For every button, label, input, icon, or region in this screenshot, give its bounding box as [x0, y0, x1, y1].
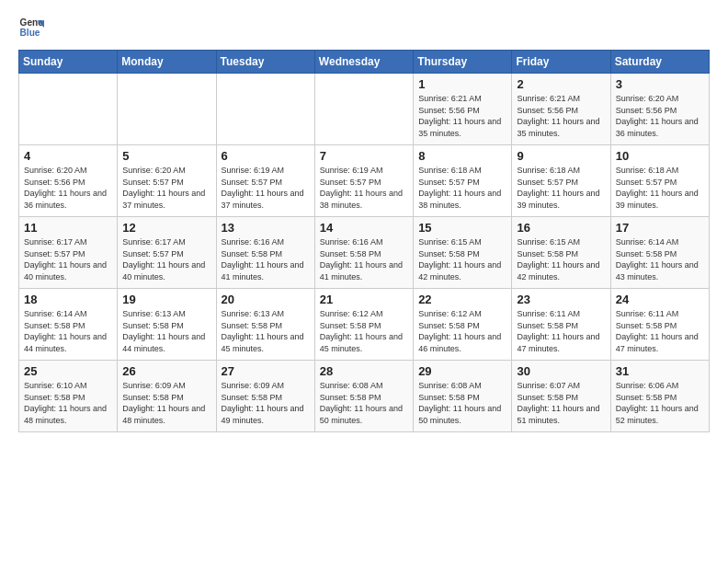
day-info: Sunrise: 6:15 AMSunset: 5:58 PMDaylight:…: [517, 236, 605, 282]
day-info: Sunrise: 6:08 AMSunset: 5:58 PMDaylight:…: [418, 380, 506, 426]
day-info: Sunrise: 6:16 AMSunset: 5:58 PMDaylight:…: [222, 236, 310, 282]
day-number: 27: [222, 364, 310, 378]
day-cell: 15Sunrise: 6:15 AMSunset: 5:58 PMDayligh…: [414, 217, 512, 289]
weekday-header-tuesday: Tuesday: [216, 51, 314, 74]
day-info: Sunrise: 6:07 AMSunset: 5:58 PMDaylight:…: [517, 380, 605, 426]
day-info: Sunrise: 6:13 AMSunset: 5:58 PMDaylight:…: [122, 308, 210, 354]
day-info: Sunrise: 6:21 AMSunset: 5:56 PMDaylight:…: [517, 93, 605, 139]
header: General Blue: [18, 15, 710, 40]
day-info: Sunrise: 6:12 AMSunset: 5:58 PMDaylight:…: [320, 308, 408, 354]
day-cell: 18Sunrise: 6:14 AMSunset: 5:58 PMDayligh…: [19, 289, 118, 361]
day-number: 29: [418, 364, 506, 378]
day-cell: 25Sunrise: 6:10 AMSunset: 5:58 PMDayligh…: [19, 361, 118, 432]
day-cell: 22Sunrise: 6:12 AMSunset: 5:58 PMDayligh…: [414, 289, 512, 361]
day-info: Sunrise: 6:18 AMSunset: 5:57 PMDaylight:…: [418, 165, 506, 211]
week-row-1: 1Sunrise: 6:21 AMSunset: 5:56 PMDaylight…: [19, 74, 710, 145]
day-cell: 16Sunrise: 6:15 AMSunset: 5:58 PMDayligh…: [512, 217, 610, 289]
day-info: Sunrise: 6:20 AMSunset: 5:57 PMDaylight:…: [122, 165, 210, 211]
day-cell: [118, 74, 216, 145]
day-cell: 8Sunrise: 6:18 AMSunset: 5:57 PMDaylight…: [414, 145, 512, 217]
day-info: Sunrise: 6:09 AMSunset: 5:58 PMDaylight:…: [222, 380, 310, 426]
day-info: Sunrise: 6:16 AMSunset: 5:58 PMDaylight:…: [320, 236, 408, 282]
day-number: 1: [418, 77, 506, 91]
weekday-header-sunday: Sunday: [19, 51, 118, 74]
day-info: Sunrise: 6:13 AMSunset: 5:58 PMDaylight:…: [222, 308, 310, 354]
day-number: 2: [517, 77, 605, 91]
day-info: Sunrise: 6:19 AMSunset: 5:57 PMDaylight:…: [222, 165, 310, 211]
day-cell: [314, 74, 413, 145]
day-cell: 26Sunrise: 6:09 AMSunset: 5:58 PMDayligh…: [118, 361, 216, 432]
day-cell: 6Sunrise: 6:19 AMSunset: 5:57 PMDaylight…: [216, 145, 314, 217]
day-cell: [19, 74, 118, 145]
logo-icon: General Blue: [18, 15, 44, 40]
day-number: 24: [616, 293, 704, 306]
week-row-2: 4Sunrise: 6:20 AMSunset: 5:56 PMDaylight…: [19, 145, 710, 217]
day-info: Sunrise: 6:11 AMSunset: 5:58 PMDaylight:…: [616, 308, 704, 354]
day-number: 16: [517, 221, 605, 235]
day-number: 4: [24, 149, 112, 163]
weekday-header-row: SundayMondayTuesdayWednesdayThursdayFrid…: [19, 51, 710, 74]
day-info: Sunrise: 6:12 AMSunset: 5:58 PMDaylight:…: [418, 308, 506, 354]
day-cell: 2Sunrise: 6:21 AMSunset: 5:56 PMDaylight…: [512, 74, 610, 145]
day-number: 25: [24, 364, 112, 378]
day-info: Sunrise: 6:10 AMSunset: 5:58 PMDaylight:…: [24, 380, 112, 426]
calendar-table: SundayMondayTuesdayWednesdayThursdayFrid…: [18, 50, 710, 432]
day-number: 31: [616, 364, 704, 378]
day-info: Sunrise: 6:09 AMSunset: 5:58 PMDaylight:…: [122, 380, 210, 426]
day-info: Sunrise: 6:17 AMSunset: 5:57 PMDaylight:…: [24, 236, 112, 282]
weekday-header-saturday: Saturday: [610, 51, 709, 74]
day-info: Sunrise: 6:08 AMSunset: 5:58 PMDaylight:…: [320, 380, 408, 426]
day-number: 23: [517, 293, 605, 306]
day-info: Sunrise: 6:17 AMSunset: 5:57 PMDaylight:…: [122, 236, 210, 282]
day-cell: 9Sunrise: 6:18 AMSunset: 5:57 PMDaylight…: [512, 145, 610, 217]
day-number: 20: [222, 293, 310, 306]
day-cell: 4Sunrise: 6:20 AMSunset: 5:56 PMDaylight…: [19, 145, 118, 217]
day-cell: 21Sunrise: 6:12 AMSunset: 5:58 PMDayligh…: [314, 289, 413, 361]
day-number: 8: [418, 149, 506, 163]
day-cell: 11Sunrise: 6:17 AMSunset: 5:57 PMDayligh…: [19, 217, 118, 289]
day-number: 10: [616, 149, 704, 163]
day-info: Sunrise: 6:14 AMSunset: 5:58 PMDaylight:…: [616, 236, 704, 282]
day-cell: 19Sunrise: 6:13 AMSunset: 5:58 PMDayligh…: [118, 289, 216, 361]
day-cell: 29Sunrise: 6:08 AMSunset: 5:58 PMDayligh…: [414, 361, 512, 432]
day-number: 26: [122, 364, 210, 378]
day-cell: 1Sunrise: 6:21 AMSunset: 5:56 PMDaylight…: [414, 74, 512, 145]
day-number: 17: [616, 221, 704, 235]
day-info: Sunrise: 6:14 AMSunset: 5:58 PMDaylight:…: [24, 308, 112, 354]
day-cell: 3Sunrise: 6:20 AMSunset: 5:56 PMDaylight…: [610, 74, 709, 145]
day-info: Sunrise: 6:21 AMSunset: 5:56 PMDaylight:…: [418, 93, 506, 139]
day-cell: 28Sunrise: 6:08 AMSunset: 5:58 PMDayligh…: [314, 361, 413, 432]
day-number: 19: [122, 293, 210, 306]
day-number: 6: [222, 149, 310, 163]
svg-text:Blue: Blue: [20, 28, 40, 38]
weekday-header-friday: Friday: [512, 51, 610, 74]
day-cell: 23Sunrise: 6:11 AMSunset: 5:58 PMDayligh…: [512, 289, 610, 361]
day-cell: 5Sunrise: 6:20 AMSunset: 5:57 PMDaylight…: [118, 145, 216, 217]
day-number: 7: [320, 149, 408, 163]
week-row-3: 11Sunrise: 6:17 AMSunset: 5:57 PMDayligh…: [19, 217, 710, 289]
day-number: 13: [222, 221, 310, 235]
day-cell: 12Sunrise: 6:17 AMSunset: 5:57 PMDayligh…: [118, 217, 216, 289]
day-cell: 7Sunrise: 6:19 AMSunset: 5:57 PMDaylight…: [314, 145, 413, 217]
day-number: 28: [320, 364, 408, 378]
day-cell: 10Sunrise: 6:18 AMSunset: 5:57 PMDayligh…: [610, 145, 709, 217]
day-cell: 20Sunrise: 6:13 AMSunset: 5:58 PMDayligh…: [216, 289, 314, 361]
day-number: 11: [24, 221, 112, 235]
day-number: 30: [517, 364, 605, 378]
day-info: Sunrise: 6:15 AMSunset: 5:58 PMDaylight:…: [418, 236, 506, 282]
day-number: 3: [616, 77, 704, 91]
day-number: 12: [122, 221, 210, 235]
calendar-page: General Blue SundayMondayTuesdayWednesda…: [0, 0, 728, 442]
logo: General Blue: [18, 15, 44, 40]
day-cell: 24Sunrise: 6:11 AMSunset: 5:58 PMDayligh…: [610, 289, 709, 361]
day-info: Sunrise: 6:19 AMSunset: 5:57 PMDaylight:…: [320, 165, 408, 211]
day-info: Sunrise: 6:18 AMSunset: 5:57 PMDaylight:…: [616, 165, 704, 211]
day-cell: 31Sunrise: 6:06 AMSunset: 5:58 PMDayligh…: [610, 361, 709, 432]
day-info: Sunrise: 6:06 AMSunset: 5:58 PMDaylight:…: [616, 380, 704, 426]
day-cell: 30Sunrise: 6:07 AMSunset: 5:58 PMDayligh…: [512, 361, 610, 432]
day-number: 5: [122, 149, 210, 163]
day-info: Sunrise: 6:11 AMSunset: 5:58 PMDaylight:…: [517, 308, 605, 354]
day-number: 14: [320, 221, 408, 235]
day-info: Sunrise: 6:20 AMSunset: 5:56 PMDaylight:…: [24, 165, 112, 211]
week-row-5: 25Sunrise: 6:10 AMSunset: 5:58 PMDayligh…: [19, 361, 710, 432]
